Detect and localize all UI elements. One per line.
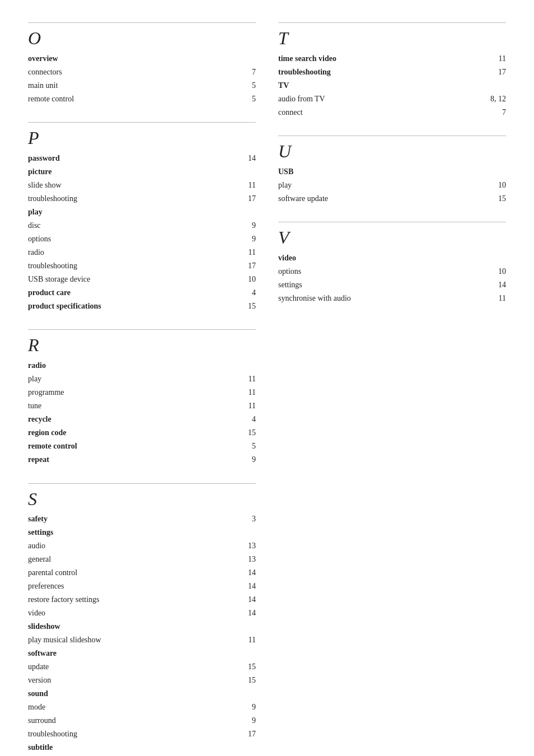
entry-page: 14 (233, 593, 256, 606)
entry-page (233, 741, 256, 754)
section-u: UUSBplay10software update15 (278, 136, 506, 205)
entry-page (233, 52, 256, 65)
entry-label: mode (28, 701, 233, 714)
entry-page: 11 (233, 245, 256, 259)
index-entry: programme11 (28, 386, 256, 399)
index-entry: remote control5 (28, 440, 256, 453)
entry-page: 13 (233, 539, 256, 553)
entry-page: 15 (233, 660, 256, 674)
section-letter: O (28, 29, 256, 48)
entry-page: 15 (233, 674, 256, 687)
entry-label: troubleshooting (28, 192, 233, 205)
entry-label: main unit (28, 78, 233, 92)
index-entry: options10 (278, 265, 506, 278)
entry-page: 9 (233, 701, 256, 714)
index-entry: synchronise with audio11 (278, 292, 506, 305)
entry-label: slideshow (28, 620, 233, 633)
index-table: videooptions10settings14synchronise with… (278, 251, 506, 305)
entry-label: options (28, 232, 233, 245)
index-entry: troubleshooting17 (28, 192, 256, 205)
index-entry: TV (278, 78, 506, 92)
index-entry: video14 (28, 606, 256, 620)
section-divider (278, 22, 506, 23)
index-entry: picture (28, 165, 256, 178)
entry-label: version (28, 674, 233, 687)
index-entry: disc9 (28, 218, 256, 232)
index-entry: parental control14 (28, 566, 256, 580)
entry-label: update (28, 660, 233, 674)
entry-page: 17 (233, 192, 256, 205)
entry-label: region code (28, 426, 233, 440)
entry-label: troubleshooting (28, 727, 233, 741)
index-entry: play musical slideshow11 (28, 633, 256, 647)
index-entry: preferences14 (28, 580, 256, 593)
entry-label: recycle (28, 413, 233, 426)
section-divider (28, 329, 256, 330)
right-column: Ttime search video11troubleshooting17TVa… (273, 22, 506, 756)
entry-page: 14 (233, 151, 256, 165)
index-entry: password14 (28, 151, 256, 165)
entry-label: settings (278, 278, 484, 292)
entry-label: programme (28, 386, 233, 399)
entry-label: remote control (28, 440, 233, 453)
index-entry: time search video11 (278, 52, 506, 65)
entry-label: subtitle (28, 741, 233, 754)
entry-label: password (28, 151, 233, 165)
section-s: Ssafety3settingsaudio13general13parental… (28, 483, 256, 756)
entry-page (233, 526, 256, 539)
index-entry: troubleshooting17 (28, 727, 256, 741)
entry-label: software update (278, 192, 484, 205)
index-table: overviewconnectors7main unit5remote cont… (28, 52, 256, 105)
index-entry: general13 (28, 553, 256, 566)
index-entry: safety3 (28, 512, 256, 526)
index-entry: play11 (28, 372, 256, 386)
entry-page: 11 (233, 386, 256, 399)
index-entry: version15 (28, 674, 256, 687)
entry-page: 11 (484, 52, 506, 65)
section-v: Vvideooptions10settings14synchronise wit… (278, 222, 506, 305)
entry-label: troubleshooting (28, 259, 233, 272)
entry-label: TV (278, 78, 484, 92)
entry-page (233, 647, 256, 660)
entry-label: picture (28, 165, 233, 178)
index-entry: sound (28, 687, 256, 701)
index-entry: subtitle (28, 741, 256, 754)
index-entry: settings14 (278, 278, 506, 292)
entry-label: video (28, 606, 233, 620)
entry-label: safety (28, 512, 233, 526)
entry-label: remote control (28, 92, 233, 105)
entry-label: overview (28, 52, 233, 65)
entry-page: 8, 12 (484, 92, 506, 105)
section-letter: P (28, 128, 256, 148)
section-t: Ttime search video11troubleshooting17TVa… (278, 22, 506, 119)
section-divider (278, 222, 506, 222)
index-table: USBplay10software update15 (278, 165, 506, 205)
index-entry: USB storage device10 (28, 272, 256, 286)
entry-label: radio (28, 359, 233, 372)
index-entry: recycle4 (28, 413, 256, 426)
entry-label: synchronise with audio (278, 292, 484, 305)
entry-label: slide show (28, 178, 233, 192)
index-entry: slideshow (28, 620, 256, 633)
entry-label: sound (28, 687, 233, 701)
section-o: Ooverviewconnectors7main unit5remote con… (28, 22, 256, 105)
section-letter: S (28, 489, 256, 509)
index-entry: play10 (278, 178, 506, 192)
page: Ooverviewconnectors7main unit5remote con… (0, 0, 534, 756)
entry-page: 13 (233, 553, 256, 566)
entry-page: 11 (233, 372, 256, 386)
entry-page: 4 (233, 413, 256, 426)
entry-label: video (278, 251, 484, 265)
entry-label: options (278, 265, 484, 278)
entry-label: USB (278, 165, 484, 178)
entry-label: disc (28, 218, 233, 232)
entry-page (484, 78, 506, 92)
entry-page: 15 (233, 426, 256, 440)
index-entry: slide show11 (28, 178, 256, 192)
entry-page: 17 (484, 65, 506, 78)
section-letter: V (278, 228, 506, 248)
entry-label: connect (278, 105, 484, 119)
index-entry: play (28, 205, 256, 218)
index-entry: remote control5 (28, 92, 256, 105)
index-entry: repeat9 (28, 453, 256, 466)
